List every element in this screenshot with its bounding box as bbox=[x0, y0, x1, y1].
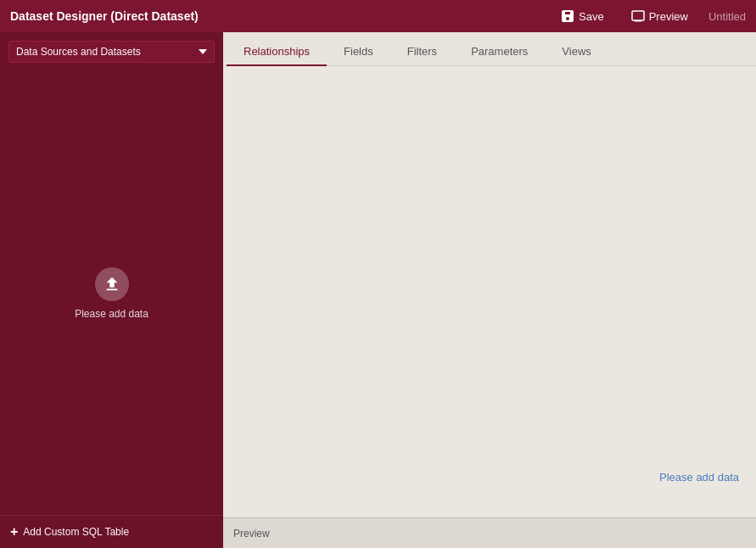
upload-icon bbox=[103, 275, 121, 294]
right-panel: Relationships Fields Filters Parameters … bbox=[223, 32, 756, 548]
add-sql-label: Add Custom SQL Table bbox=[23, 526, 129, 538]
preview-button[interactable]: Preview bbox=[624, 6, 695, 26]
tab-views[interactable]: Views bbox=[545, 38, 608, 66]
sidebar-content: Please add data bbox=[0, 71, 223, 515]
sidebar-please-add-label: Please add data bbox=[75, 308, 148, 320]
tab-fields[interactable]: Fields bbox=[327, 38, 390, 66]
tab-content-area: Please add data bbox=[223, 66, 756, 517]
preview-bar: Preview bbox=[223, 517, 756, 548]
data-sources-dropdown[interactable]: Data Sources and Datasets bbox=[8, 41, 215, 63]
tab-relationships[interactable]: Relationships bbox=[227, 38, 327, 66]
save-label: Save bbox=[579, 10, 604, 23]
plus-icon: + bbox=[10, 524, 18, 540]
main-layout: Data Sources and Datasets Please add dat… bbox=[0, 32, 756, 548]
app-title: Dataset Designer (Direct Dataset) bbox=[10, 9, 540, 23]
sidebar: Data Sources and Datasets Please add dat… bbox=[0, 32, 223, 548]
please-add-data-link[interactable]: Please add data bbox=[659, 471, 739, 484]
save-icon bbox=[561, 9, 574, 23]
sidebar-dropdown-wrapper: Data Sources and Datasets bbox=[0, 32, 223, 71]
svg-rect-0 bbox=[632, 11, 644, 20]
tabs-bar: Relationships Fields Filters Parameters … bbox=[223, 32, 756, 66]
tab-filters[interactable]: Filters bbox=[390, 38, 454, 66]
tab-parameters[interactable]: Parameters bbox=[454, 38, 545, 66]
preview-label: Preview bbox=[649, 10, 688, 23]
app-header: Dataset Designer (Direct Dataset) Save P… bbox=[0, 0, 756, 32]
preview-icon bbox=[631, 9, 645, 23]
save-button[interactable]: Save bbox=[554, 6, 611, 26]
upload-icon-button[interactable] bbox=[95, 267, 129, 301]
preview-bar-label: Preview bbox=[233, 528, 270, 540]
untitled-label: Untitled bbox=[708, 10, 746, 23]
add-custom-sql-button[interactable]: + Add Custom SQL Table bbox=[0, 515, 223, 548]
svg-rect-1 bbox=[635, 20, 641, 22]
